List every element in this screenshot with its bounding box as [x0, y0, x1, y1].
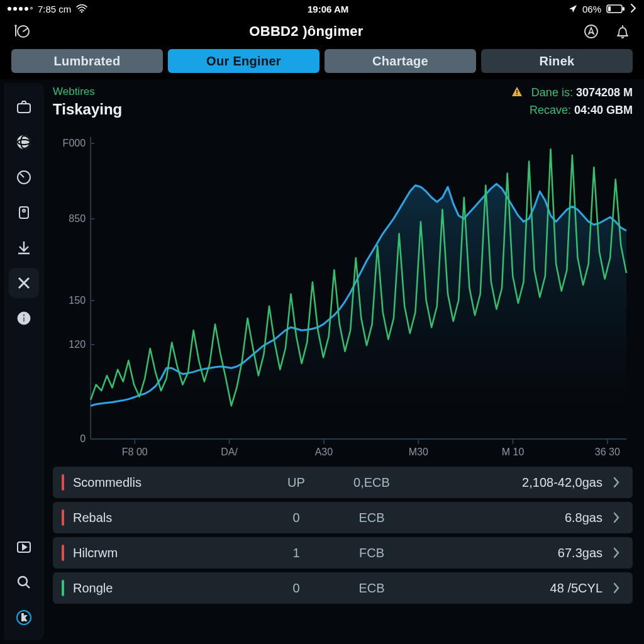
y-tick-label: F000: [63, 138, 86, 148]
chevron-right-icon: [609, 477, 624, 488]
sidebar-item-close[interactable]: [9, 268, 39, 298]
app-logo-icon[interactable]: [11, 21, 31, 42]
table-row[interactable]: ScommedlisUP0,ECB2,108-42,0gas: [53, 467, 633, 498]
wifi-icon: [76, 4, 87, 13]
chevron-right-icon: [609, 547, 624, 558]
tab-lumbrated[interactable]: Lumbrated: [11, 49, 163, 73]
app-header: OBBD2 )ôngimer: [0, 18, 644, 45]
x-tick-label: F8 00: [122, 447, 148, 457]
sidebar-item-device[interactable]: [9, 197, 39, 228]
svg-point-12: [23, 209, 25, 212]
chevron-right-icon: [609, 582, 624, 594]
tab-bar: LumbratedOur EnginerChartageRinek: [0, 45, 644, 79]
svg-rect-2: [623, 7, 625, 11]
svg-point-17: [18, 577, 27, 586]
sidebar-item-download[interactable]: [9, 233, 39, 263]
row-col2: ECB: [331, 581, 413, 596]
stat2-value: 04:40 GBM: [574, 104, 633, 116]
tab-rinek[interactable]: Rinek: [481, 49, 633, 73]
status-bar-icon: [62, 580, 64, 596]
row-name: Scommedlis: [73, 475, 262, 490]
row-col3: 2,108-42,0gas: [413, 475, 609, 490]
table-row[interactable]: Rongle0ECB48 /5CYL: [53, 572, 633, 604]
main-panel: Webtires Tiskaying Dane is: 3074208 M Re…: [44, 79, 644, 644]
warning-icon: [511, 86, 523, 101]
status-bar-icon: [62, 545, 64, 561]
tab-our-enginer[interactable]: Our Enginer: [168, 49, 319, 73]
x-tick-label: M30: [409, 447, 428, 457]
row-col1: 0: [262, 581, 331, 596]
chevron-right-icon: [609, 512, 624, 523]
chevron-right-icon: [630, 4, 636, 14]
row-col2: FCB: [331, 546, 413, 560]
svg-rect-20: [516, 90, 518, 93]
row-col2: ECB: [331, 511, 413, 525]
app-title: OBBD2 )ôngimer: [249, 23, 363, 40]
sidebar-item-k[interactable]: k: [9, 602, 39, 633]
x-tick-label: DA/: [221, 447, 238, 457]
y-tick-label: 850: [69, 213, 86, 224]
row-col1: UP: [262, 475, 331, 490]
battery-percent: 06%: [582, 4, 601, 14]
status-bar: 7:85 cm 19:06 AM 06%: [0, 0, 644, 18]
sidebar-item-search[interactable]: [9, 567, 39, 597]
status-center-time: 19:06 AM: [308, 4, 348, 14]
compass-icon[interactable]: [581, 21, 601, 42]
svg-rect-3: [608, 6, 611, 11]
stat1-value: 3074208 M: [576, 86, 633, 99]
tab-chartage[interactable]: Chartage: [325, 49, 476, 73]
stat1-label: Dane is:: [531, 86, 573, 99]
x-tick-label: M 10: [502, 447, 525, 457]
svg-point-15: [23, 314, 25, 316]
table-row[interactable]: Rebals0ECB6.8gas: [53, 502, 633, 533]
signal-dots-icon: [8, 7, 33, 11]
sidebar-item-play[interactable]: [9, 532, 39, 562]
sidebar-item-gauge[interactable]: [9, 162, 39, 192]
battery-icon: [606, 4, 625, 13]
row-name: Hilcrwm: [73, 546, 262, 560]
section-subtitle: Webtires: [53, 86, 122, 98]
table-row[interactable]: Hilcrwm1FCB67.3gas: [53, 537, 633, 569]
svg-point-5: [14, 25, 17, 27]
row-col1: 0: [262, 511, 331, 525]
x-tick-label: 36 30: [595, 447, 620, 457]
sidebar-item-info[interactable]: [9, 303, 39, 333]
chart: F0008501501200 F8 00DA/A30M30M 1036 30: [53, 125, 633, 464]
row-name: Rongle: [73, 581, 262, 596]
row-col1: 1: [262, 546, 331, 560]
row-name: Rebals: [73, 511, 262, 525]
row-col3: 6.8gas: [413, 511, 609, 525]
y-tick-label: 120: [69, 339, 86, 350]
bell-icon[interactable]: [613, 21, 633, 42]
sidebar-item-camera[interactable]: [9, 92, 39, 122]
status-bar-icon: [62, 509, 64, 526]
svg-text:k: k: [21, 613, 26, 623]
sidebar-item-globe[interactable]: [9, 127, 39, 157]
status-bar-icon: [62, 474, 64, 491]
svg-rect-21: [516, 94, 518, 95]
stat2-label: Recave:: [530, 104, 571, 116]
sidebar: k: [4, 83, 44, 640]
svg-rect-14: [23, 317, 25, 322]
svg-point-0: [81, 11, 83, 13]
y-tick-label: 150: [69, 295, 86, 306]
metrics-table: ScommedlisUP0,ECB2,108-42,0gasRebals0ECB…: [53, 467, 633, 609]
row-col3: 48 /5CYL: [413, 581, 609, 596]
section-title: Tiskaying: [53, 101, 122, 118]
status-left-text: 7:85 cm: [38, 4, 71, 14]
row-col3: 67.3gas: [413, 546, 609, 560]
row-col2: 0,ECB: [331, 475, 413, 490]
y-tick-label: 0: [80, 433, 86, 444]
x-tick-label: A30: [315, 447, 333, 457]
svg-rect-7: [18, 104, 30, 113]
location-arrow-icon: [569, 4, 577, 13]
